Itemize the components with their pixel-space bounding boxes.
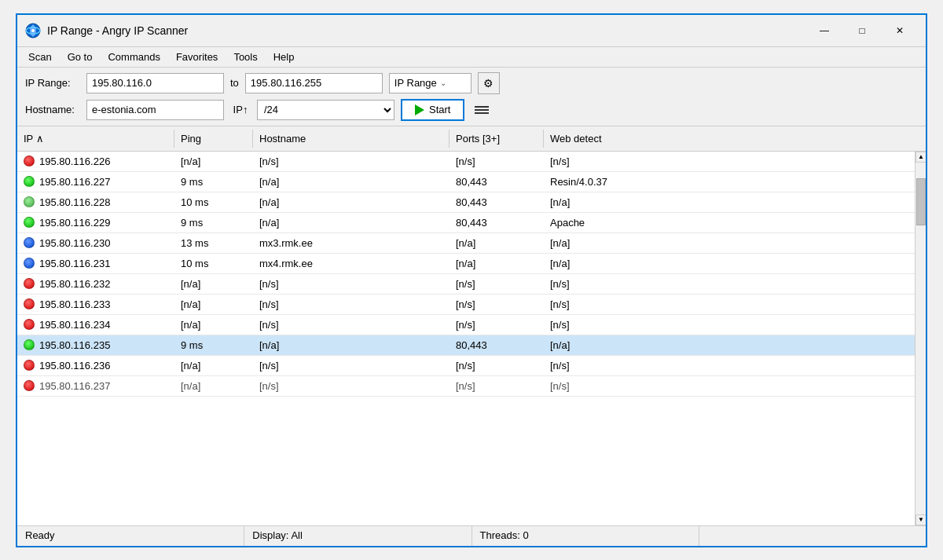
col-header-ping[interactable]: Ping	[174, 130, 253, 148]
status-threads: Threads: 0	[472, 526, 699, 546]
status-dot	[24, 237, 35, 248]
ping-cell: 9 ms	[174, 214, 253, 231]
ip-cell: 195.80.116.228	[17, 194, 174, 210]
col-header-ip[interactable]: IP ∧	[17, 130, 174, 148]
col-header-hostname[interactable]: Hostname	[253, 130, 449, 148]
ip-cell: 195.80.116.235	[17, 337, 174, 353]
status-dot	[24, 278, 35, 289]
table-row[interactable]: 195.80.116.236[n/a][n/s][n/s][n/s]	[17, 356, 915, 376]
hostname-cell: [n/s]	[253, 378, 449, 394]
status-dot	[24, 258, 35, 269]
col-header-ports[interactable]: Ports [3+]	[449, 130, 544, 148]
scroll-down-arrow[interactable]: ▼	[915, 514, 926, 525]
ports-cell: 80,443	[449, 194, 544, 210]
window-title: IP Range - Angry IP Scanner	[47, 24, 806, 37]
settings-button[interactable]: ⚙	[478, 72, 500, 94]
web-cell: [n/s]	[544, 378, 915, 394]
hostname-cell: [n/a]	[253, 214, 449, 231]
ping-cell: [n/a]	[174, 317, 253, 333]
display-options-button[interactable]	[471, 99, 493, 121]
maximize-button[interactable]: □	[844, 20, 880, 42]
start-button[interactable]: Start	[401, 99, 464, 121]
web-cell: [n/s]	[544, 296, 915, 313]
web-cell: [n/a]	[544, 255, 915, 272]
ports-cell: [n/a]	[449, 255, 544, 272]
ping-cell: 10 ms	[174, 255, 253, 272]
hostname-cell: [n/s]	[253, 296, 449, 313]
hostname-cell: [n/s]	[253, 276, 449, 292]
menu-item-scan[interactable]: Scan	[22, 49, 58, 65]
range-type-label: IP Range	[394, 77, 437, 89]
ping-cell: 9 ms	[174, 174, 253, 190]
status-ready: Ready	[17, 526, 244, 546]
table-row[interactable]: 195.80.116.226[n/a][n/s][n/s][n/s]	[17, 152, 915, 172]
ping-cell: [n/a]	[174, 296, 253, 313]
app-icon	[25, 23, 41, 38]
ip-start-input[interactable]	[86, 73, 224, 93]
hostname-cell: [n/a]	[253, 337, 449, 353]
web-cell: [n/s]	[544, 317, 915, 333]
cidr-select[interactable]: /24 /16 /8	[257, 100, 394, 120]
ports-cell: [n/s]	[449, 276, 544, 292]
ip-address: 195.80.116.228	[39, 196, 110, 208]
content-area: IP ∧ Ping Hostname Ports [3+] Web detect…	[17, 126, 926, 525]
toolbar-row-2: Hostname: IP↑ /24 /16 /8 Start	[25, 99, 918, 121]
ports-cell: [n/s]	[449, 357, 544, 374]
ip-cell: 195.80.116.229	[17, 214, 174, 231]
menu-item-favorites[interactable]: Favorites	[170, 49, 224, 65]
ip-address: 195.80.116.234	[39, 319, 110, 331]
ping-cell: 13 ms	[174, 235, 253, 251]
menu-item-go-to[interactable]: Go to	[61, 49, 99, 65]
scroll-track[interactable]	[915, 163, 926, 514]
main-window: IP Range - Angry IP Scanner — □ ✕ ScanGo…	[16, 13, 927, 547]
hostname-label: Hostname:	[25, 104, 80, 115]
menu-item-tools[interactable]: Tools	[227, 49, 263, 65]
ping-cell: [n/a]	[174, 153, 253, 170]
table-row[interactable]: 195.80.116.2299 ms[n/a]80,443Apache	[17, 213, 915, 233]
to-label: to	[230, 77, 239, 89]
ports-cell: [n/s]	[449, 378, 544, 394]
close-button[interactable]: ✕	[882, 20, 918, 42]
status-dot	[24, 319, 35, 330]
table-row[interactable]: 195.80.116.2359 ms[n/a]80,443[n/a]	[17, 335, 915, 356]
ip-cell: 195.80.116.232	[17, 276, 174, 292]
web-cell: [n/a]	[544, 337, 915, 353]
range-type-select[interactable]: IP Range ⌄	[389, 73, 472, 93]
table-row[interactable]: 195.80.116.23110 msmx4.rmk.ee[n/a][n/a]	[17, 254, 915, 274]
minimize-button[interactable]: —	[806, 20, 842, 42]
table-header: IP ∧ Ping Hostname Ports [3+] Web detect	[17, 126, 926, 152]
ip-range-label: IP Range:	[25, 77, 80, 89]
ip-address: 195.80.116.232	[39, 278, 110, 290]
hostname-input[interactable]	[86, 100, 224, 120]
lines-icon	[475, 109, 489, 111]
ping-cell: 9 ms	[174, 337, 253, 353]
scroll-up-arrow[interactable]: ▲	[915, 152, 926, 163]
menu-item-commands[interactable]: Commands	[101, 49, 166, 65]
table-row[interactable]: 195.80.116.237[n/a][n/s][n/s][n/s]	[17, 376, 915, 397]
table-row[interactable]: 195.80.116.22810 ms[n/a]80,443[n/a]	[17, 192, 915, 213]
scroll-thumb[interactable]	[916, 178, 926, 225]
status-dot	[24, 176, 35, 187]
ip-cell: 195.80.116.226	[17, 153, 174, 170]
ping-cell: 10 ms	[174, 194, 253, 210]
col-header-web[interactable]: Web detect	[544, 130, 926, 148]
ports-cell: 80,443	[449, 174, 544, 190]
table-row[interactable]: 195.80.116.232[n/a][n/s][n/s][n/s]	[17, 274, 915, 295]
ip-address: 195.80.116.235	[39, 339, 110, 351]
status-bar: Ready Display: All Threads: 0	[17, 525, 926, 546]
web-cell: [n/s]	[544, 276, 915, 292]
status-dot	[24, 196, 35, 207]
status-dot	[24, 156, 35, 167]
table-row[interactable]: 195.80.116.23013 msmx3.rmk.ee[n/a][n/a]	[17, 233, 915, 254]
status-dot	[24, 339, 35, 350]
hostname-cell: [n/s]	[253, 317, 449, 333]
table-row[interactable]: 195.80.116.234[n/a][n/s][n/s][n/s]	[17, 315, 915, 335]
ip-end-input[interactable]	[245, 73, 383, 93]
menu-item-help[interactable]: Help	[267, 49, 301, 65]
ip-cell: 195.80.116.231	[17, 255, 174, 272]
ip-cell: 195.80.116.227	[17, 174, 174, 190]
scrollbar[interactable]: ▲ ▼	[915, 152, 926, 525]
table-row[interactable]: 195.80.116.2279 ms[n/a]80,443Resin/4.0.3…	[17, 172, 915, 192]
table-row[interactable]: 195.80.116.233[n/a][n/s][n/s][n/s]	[17, 295, 915, 315]
ip-address: 195.80.116.226	[39, 156, 110, 167]
